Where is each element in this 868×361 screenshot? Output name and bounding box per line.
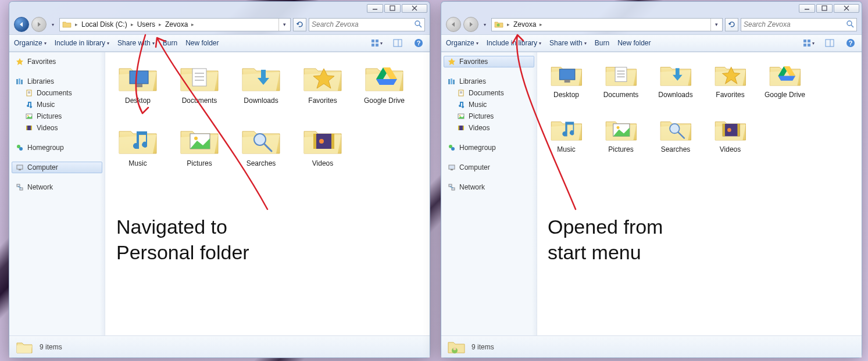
sidebar-pictures[interactable]: Pictures: [9, 110, 105, 122]
folder-videos[interactable]: Videos: [294, 121, 352, 181]
folder-label: Searches: [661, 145, 691, 153]
forward-button[interactable]: [31, 17, 47, 32]
sidebar-documents[interactable]: Documents: [9, 87, 105, 99]
organize-menu[interactable]: Organize▾: [14, 39, 47, 47]
folder-documents[interactable]: Documents: [595, 58, 646, 110]
view-button[interactable]: ▾: [370, 37, 383, 49]
share-with-menu[interactable]: Share with▾: [549, 39, 587, 47]
svg-rect-75: [451, 169, 453, 170]
help-button[interactable]: ?: [412, 37, 425, 49]
folder-music[interactable]: Music: [541, 113, 592, 165]
preview-pane-button[interactable]: [823, 37, 836, 49]
back-button[interactable]: [14, 17, 29, 32]
svg-rect-76: [449, 184, 452, 187]
close-button[interactable]: [402, 4, 427, 13]
breadcrumb-item[interactable]: Zevoxa: [511, 20, 538, 28]
folder-label: Favorites: [308, 96, 337, 105]
svg-rect-6: [372, 40, 374, 42]
search-box[interactable]: [309, 18, 425, 31]
folder-gdrive[interactable]: Google Drive: [759, 58, 810, 110]
include-in-library-menu[interactable]: Include in library▾: [55, 39, 109, 47]
breadcrumb-item[interactable]: Zevoxa: [163, 20, 190, 28]
sidebar-label: Computer: [27, 163, 58, 171]
folder-favorites[interactable]: Favorites: [294, 58, 352, 119]
folder-desktop[interactable]: Desktop: [109, 58, 167, 119]
sidebar-music[interactable]: Music: [9, 99, 105, 110]
sidebar-label: Videos: [37, 124, 58, 132]
address-bar[interactable]: ▸ Zevoxa ▸ ▾: [491, 18, 723, 31]
sidebar-label: Homegroup: [459, 144, 496, 152]
sidebar-favorites[interactable]: Favorites: [444, 56, 534, 67]
folder-favorites[interactable]: Favorites: [705, 58, 756, 110]
nav-history-dropdown[interactable]: ▾: [481, 19, 489, 30]
view-button[interactable]: ▾: [802, 37, 815, 49]
search-input[interactable]: [312, 20, 414, 28]
sidebar-label: Documents: [37, 89, 72, 97]
content-pane-right[interactable]: DesktopDocumentsDownloadsFavoritesGoogle…: [537, 52, 862, 335]
burn-button[interactable]: Burn: [595, 39, 609, 47]
breadcrumb-item[interactable]: Local Disk (C:): [79, 20, 130, 28]
share-with-menu[interactable]: Share with▾: [117, 39, 155, 47]
sidebar-libraries[interactable]: Libraries: [441, 76, 537, 87]
nav-history-dropdown[interactable]: ▾: [49, 19, 57, 30]
close-button[interactable]: [834, 4, 859, 13]
sidebar-documents[interactable]: Documents: [441, 87, 537, 99]
statusbar: 9 items: [9, 335, 430, 358]
folder-music[interactable]: Music: [109, 121, 167, 181]
back-button[interactable]: [446, 17, 461, 32]
nav-sidebar: Favorites Libraries Documents Music Pict…: [441, 52, 537, 335]
new-folder-button[interactable]: New folder: [185, 39, 219, 47]
breadcrumb-item[interactable]: Users: [135, 20, 158, 28]
sidebar-videos[interactable]: Videos: [9, 122, 105, 134]
content-pane-left[interactable]: DesktopDocumentsDownloadsFavoritesGoogle…: [105, 52, 430, 335]
forward-button[interactable]: [463, 17, 478, 32]
preview-pane-button[interactable]: [391, 37, 404, 49]
svg-rect-1: [390, 6, 395, 10]
folder-downloads[interactable]: Downloads: [232, 58, 290, 119]
burn-button[interactable]: Burn: [163, 39, 177, 47]
folder-gdrive[interactable]: Google Drive: [355, 58, 413, 119]
folder-documents[interactable]: Documents: [170, 58, 228, 119]
search-input[interactable]: [744, 20, 846, 28]
folder-pictures[interactable]: Pictures: [595, 113, 646, 165]
sidebar-network[interactable]: Network: [9, 181, 105, 193]
sidebar-homegroup[interactable]: Homegroup: [9, 142, 105, 153]
refresh-button[interactable]: [725, 18, 738, 31]
sidebar-computer[interactable]: Computer: [12, 162, 102, 173]
sidebar-label: Libraries: [459, 77, 486, 85]
folder-downloads[interactable]: Downloads: [650, 58, 701, 110]
address-dropdown[interactable]: ▾: [710, 19, 722, 31]
sidebar-computer[interactable]: Computer: [441, 162, 537, 173]
sidebar-pictures[interactable]: Pictures: [441, 110, 537, 122]
address-bar[interactable]: ▸ Local Disk (C:) ▸ Users ▸ Zevoxa ▸ ▾: [59, 18, 291, 31]
maximize-button[interactable]: [384, 4, 401, 13]
sidebar-homegroup[interactable]: Homegroup: [441, 142, 537, 153]
folder-desktop[interactable]: Desktop: [541, 58, 592, 110]
star-icon: [447, 57, 456, 66]
minimize-button[interactable]: [367, 4, 383, 13]
refresh-button[interactable]: [293, 18, 306, 31]
include-in-library-menu[interactable]: Include in library▾: [487, 39, 541, 47]
folder-videos[interactable]: Videos: [705, 113, 756, 165]
maximize-button[interactable]: [816, 4, 833, 13]
sidebar-videos[interactable]: Videos: [441, 122, 537, 134]
sidebar-music[interactable]: Music: [441, 99, 537, 110]
help-button[interactable]: ?: [844, 37, 857, 49]
toolbar-label: New folder: [185, 39, 219, 47]
videos-icon: [24, 123, 34, 133]
address-dropdown[interactable]: ▾: [278, 19, 290, 31]
svg-rect-79: [559, 69, 574, 80]
folder-searches[interactable]: Searches: [650, 113, 701, 165]
sidebar-network[interactable]: Network: [441, 181, 537, 193]
minimize-button[interactable]: [799, 4, 815, 13]
explorer-window-left: ▾ ▸ Local Disk (C:) ▸ Users ▸ Zevoxa ▸ ▾…: [9, 1, 430, 358]
folder-label: Favorites: [716, 91, 744, 99]
sidebar-libraries[interactable]: Libraries: [9, 76, 105, 87]
sidebar-favorites[interactable]: Favorites: [9, 56, 105, 67]
folder-searches[interactable]: Searches: [232, 121, 290, 181]
organize-menu[interactable]: Organize▾: [446, 39, 478, 47]
toolbar-label: Share with: [549, 39, 583, 47]
search-box[interactable]: [741, 18, 857, 31]
folder-pictures[interactable]: Pictures: [170, 121, 228, 181]
new-folder-button[interactable]: New folder: [617, 39, 651, 47]
